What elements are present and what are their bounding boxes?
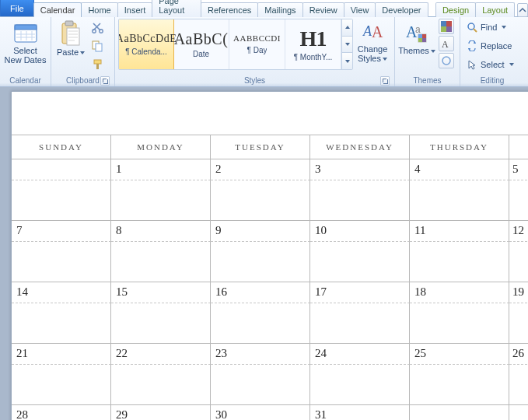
calendar-date-cell[interactable] [12, 159, 111, 180]
calendar-date-cell[interactable] [410, 404, 509, 420]
tab-developer[interactable]: Developer [375, 2, 428, 17]
calendar-date-cell[interactable]: 19 [509, 282, 528, 303]
themes-icon: A a [404, 20, 429, 45]
svg-rect-28 [422, 38, 426, 42]
tab-references[interactable]: References [201, 2, 258, 17]
calendar-date-cell[interactable]: 29 [111, 404, 211, 420]
styles-launcher[interactable] [380, 76, 390, 86]
calendar-date-cell[interactable]: 24 [310, 343, 410, 364]
calendar-date-cell[interactable]: 2 [211, 159, 310, 180]
calendar-date-cell[interactable]: 4 [410, 159, 509, 180]
collapse-ribbon-button[interactable] [517, 3, 528, 17]
calendar-content-cell[interactable] [509, 364, 528, 404]
calendar-date-cell[interactable]: 16 [211, 282, 310, 303]
calendar-content-cell[interactable] [211, 241, 310, 282]
style-calendar[interactable]: AaBbCcDdE ¶ Calenda... [118, 19, 174, 70]
calendar-content-cell[interactable] [111, 364, 211, 404]
style-monthyear[interactable]: H1 ¶ MonthY... [285, 19, 341, 69]
calendar-content-cell[interactable] [12, 303, 111, 343]
calendar-date-cell[interactable]: 30 [211, 404, 310, 420]
calendar-day-header: TUESDAY [211, 135, 310, 159]
calendar-content-cell[interactable] [509, 241, 528, 282]
calendar-content-cell[interactable] [211, 180, 310, 220]
calendar-date-cell[interactable]: 15 [111, 282, 211, 303]
tab-home[interactable]: Home [81, 2, 117, 17]
copy-button[interactable] [89, 37, 106, 54]
calendar-date-cell[interactable]: 31 [310, 404, 410, 420]
calendar-date-cell[interactable]: 12 [509, 220, 528, 241]
svg-rect-1 [15, 25, 37, 30]
theme-fonts-button[interactable]: A [439, 36, 454, 51]
change-styles-button[interactable]: A A Change Styles [355, 19, 390, 63]
theme-effects-button[interactable] [439, 53, 454, 68]
calendar-content-cell[interactable] [310, 303, 410, 343]
calendar-content-cell[interactable] [410, 303, 509, 343]
find-button[interactable]: Find [463, 19, 521, 36]
themes-button[interactable]: A a Themes [398, 19, 435, 55]
tab-review[interactable]: Review [302, 2, 344, 17]
calendar-content-cell[interactable] [310, 180, 410, 220]
calendar-date-cell[interactable]: 21 [12, 343, 111, 364]
replace-button[interactable]: Replace [463, 37, 521, 54]
cut-button[interactable] [89, 19, 106, 36]
calendar-content-cell[interactable] [410, 241, 509, 282]
calendar-date-cell[interactable]: 14 [12, 282, 111, 303]
calendar-content-cell[interactable] [111, 303, 211, 343]
calendar-day-header: SUNDAY [12, 135, 111, 159]
tab-view[interactable]: View [344, 2, 376, 17]
calendar-date-cell[interactable]: 28 [12, 404, 111, 420]
styles-scroll-up[interactable] [342, 19, 352, 37]
calendar-content-cell[interactable] [509, 180, 528, 220]
tab-design[interactable]: Design [435, 2, 476, 17]
calendar-content-cell[interactable] [310, 364, 410, 404]
calendar-date-cell[interactable]: 22 [111, 343, 211, 364]
calendar-content-cell[interactable] [410, 180, 509, 220]
calendar-date-cell[interactable]: 25 [410, 343, 509, 364]
calendar-date-cell[interactable]: 10 [310, 220, 410, 241]
select-button[interactable]: Select [463, 56, 521, 73]
calendar-date-cell[interactable]: 23 [211, 343, 310, 364]
tab-mailings[interactable]: Mailings [257, 2, 302, 17]
calendar-content-cell[interactable] [12, 364, 111, 404]
tab-layout[interactable]: Layout [475, 2, 515, 17]
calendar-content-cell[interactable] [111, 180, 211, 220]
tab-insert[interactable]: Insert [117, 2, 153, 17]
calendar-content-cell[interactable] [410, 364, 509, 404]
calendar-date-cell[interactable]: 1 [111, 159, 211, 180]
calendar-date-cell[interactable]: 18 [410, 282, 509, 303]
styles-expand[interactable] [342, 53, 352, 69]
calendar-content-cell[interactable] [211, 303, 310, 343]
clipboard-launcher[interactable] [100, 76, 110, 86]
format-painter-button[interactable] [89, 56, 106, 73]
calendar-date-cell[interactable]: 5 [509, 159, 528, 180]
style-date[interactable]: AaBbC( Date [173, 19, 229, 69]
select-new-dates-button[interactable]: Select New Dates [3, 19, 47, 65]
calendar-date-cell[interactable]: 11 [410, 220, 509, 241]
calendar-content-cell[interactable] [509, 303, 528, 343]
calendar-content-cell[interactable] [12, 241, 111, 282]
tab-calendar[interactable]: Calendar [33, 2, 82, 17]
calendar-date-cell[interactable]: 7 [12, 220, 111, 241]
styles-scroll-down[interactable] [342, 37, 352, 54]
calendar-date-cell[interactable]: 3 [310, 159, 410, 180]
tab-file[interactable]: File [0, 0, 34, 16]
calendar-date-cell[interactable]: 9 [211, 220, 310, 241]
calendar-table[interactable]: SUNDAYMONDAYTUESDAYWEDNESDAYTHURSDAY 123… [12, 135, 528, 420]
styles-gallery[interactable]: AaBbCcDdE ¶ Calenda... AaBbC( Date AABBC… [118, 19, 353, 70]
calendar-content-cell[interactable] [310, 241, 410, 282]
paste-button[interactable]: Paste [54, 19, 87, 57]
calendar-day-header: WEDNESDAY [310, 135, 410, 159]
calendar-date-cell[interactable]: 26 [509, 343, 528, 364]
style-day[interactable]: AABBCCDI ¶ Day [229, 19, 285, 69]
paintbrush-icon [91, 58, 103, 71]
theme-colors-button[interactable] [439, 19, 454, 34]
calendar-content-cell[interactable] [211, 364, 310, 404]
calendar-content-cell[interactable] [12, 180, 111, 220]
page[interactable]: SUNDAYMONDAYTUESDAYWEDNESDAYTHURSDAY 123… [11, 91, 528, 420]
svg-rect-9 [67, 28, 79, 45]
calendar-date-cell[interactable]: 8 [111, 220, 211, 241]
calendar-date-cell[interactable]: 17 [310, 282, 410, 303]
tab-page-layout[interactable]: Page Layout [152, 0, 201, 17]
calendar-date-cell[interactable] [509, 404, 528, 420]
calendar-content-cell[interactable] [111, 241, 211, 282]
